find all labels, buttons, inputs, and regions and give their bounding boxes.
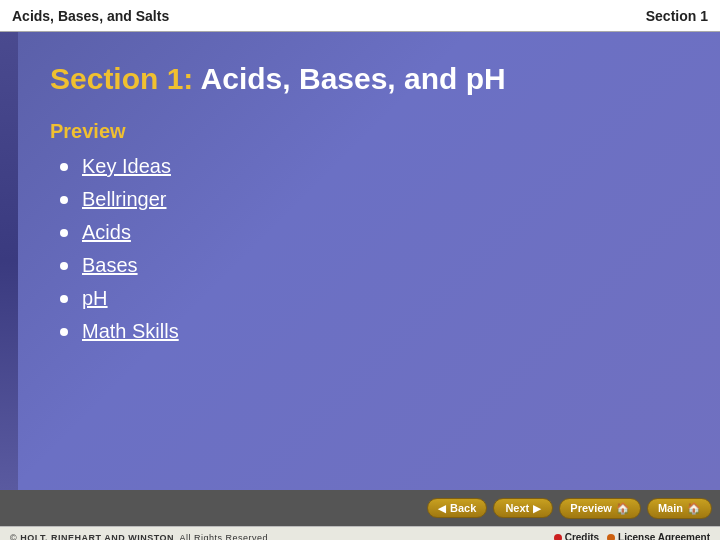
bullet-dot bbox=[60, 295, 68, 303]
slide-area: Section 1: Acids, Bases, and pH Preview … bbox=[0, 32, 720, 490]
list-item: Key Ideas bbox=[60, 155, 680, 178]
slide-title: Section 1: Acids, Bases, and pH bbox=[50, 62, 680, 96]
credits-label: Credits bbox=[565, 532, 599, 540]
main-label: Main bbox=[658, 502, 683, 514]
bullet-dot bbox=[60, 262, 68, 270]
preview-label: Preview bbox=[570, 502, 612, 514]
ph-link[interactable]: pH bbox=[82, 287, 108, 310]
list-item: Bellringer bbox=[60, 188, 680, 211]
copyright-bar: © HOLT, RINEHART AND WINSTON, All Rights… bbox=[0, 526, 720, 540]
list-item: Bases bbox=[60, 254, 680, 277]
bullet-dot bbox=[60, 196, 68, 204]
license-label: License Agreement bbox=[618, 532, 710, 540]
preview-button[interactable]: Preview 🏠 bbox=[559, 498, 641, 519]
license-link[interactable]: License Agreement bbox=[607, 532, 710, 540]
back-label: Back bbox=[450, 502, 476, 514]
list-item: Math Skills bbox=[60, 320, 680, 343]
list-item: Acids bbox=[60, 221, 680, 244]
preview-label: Preview bbox=[50, 120, 680, 143]
bottom-nav: ◀ Back Next ▶ Preview 🏠 Main 🏠 bbox=[0, 490, 720, 526]
copyright-links: Credits License Agreement bbox=[554, 532, 710, 540]
license-dot bbox=[607, 534, 615, 541]
credits-dot bbox=[554, 534, 562, 541]
next-label: Next bbox=[505, 502, 529, 514]
back-button[interactable]: ◀ Back bbox=[427, 498, 487, 518]
bullet-list: Key Ideas Bellringer Acids Bases pH Math… bbox=[60, 155, 680, 343]
main-home-icon: 🏠 bbox=[687, 502, 701, 515]
bullet-dot bbox=[60, 163, 68, 171]
bullet-dot bbox=[60, 229, 68, 237]
math-skills-link[interactable]: Math Skills bbox=[82, 320, 179, 343]
bullet-dot bbox=[60, 328, 68, 336]
bases-link[interactable]: Bases bbox=[82, 254, 138, 277]
top-bar-title: Acids, Bases, and Salts bbox=[12, 8, 169, 24]
next-arrow-icon: ▶ bbox=[533, 503, 541, 514]
next-button[interactable]: Next ▶ bbox=[493, 498, 553, 518]
acids-link[interactable]: Acids bbox=[82, 221, 131, 244]
credits-link[interactable]: Credits bbox=[554, 532, 599, 540]
copyright-text: © HOLT, RINEHART AND WINSTON, All Rights… bbox=[10, 533, 268, 541]
slide-title-prefix: Section 1: bbox=[50, 62, 193, 95]
home-icon: 🏠 bbox=[616, 502, 630, 515]
top-bar: Acids, Bases, and Salts Section 1 bbox=[0, 0, 720, 32]
key-ideas-link[interactable]: Key Ideas bbox=[82, 155, 171, 178]
top-bar-section: Section 1 bbox=[646, 8, 708, 24]
back-arrow-icon: ◀ bbox=[438, 503, 446, 514]
list-item: pH bbox=[60, 287, 680, 310]
bellringer-link[interactable]: Bellringer bbox=[82, 188, 166, 211]
main-button[interactable]: Main 🏠 bbox=[647, 498, 712, 519]
slide-title-suffix: Acids, Bases, and pH bbox=[193, 62, 505, 95]
